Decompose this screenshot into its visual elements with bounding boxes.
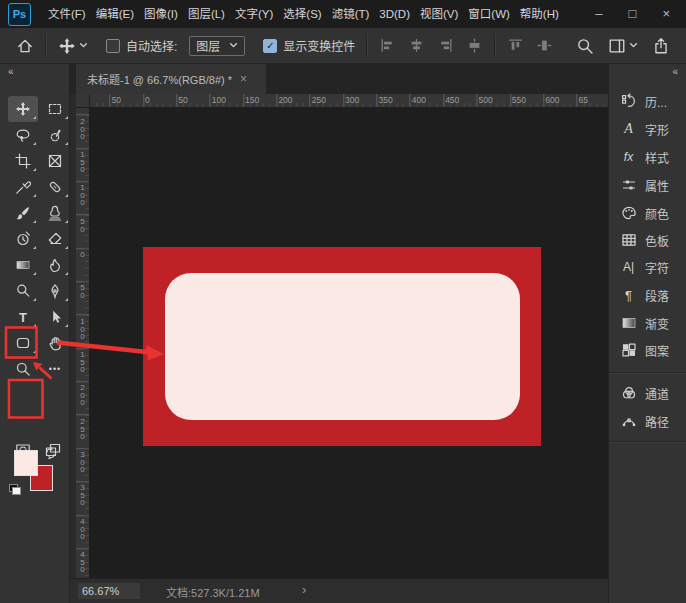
history-brush-tool[interactable] [8,226,38,252]
patterns-icon [620,342,637,359]
workspace-icon [608,37,626,55]
canvas-viewport[interactable] [90,108,608,578]
search-button[interactable] [574,35,596,57]
hand-tool[interactable] [40,330,70,356]
menu-item[interactable]: 图层(L) [183,0,230,28]
ruler-label: 250 [312,95,326,105]
menu-item[interactable]: 选择(S) [278,0,326,28]
brush-tool[interactable] [8,200,38,226]
smudge-tool[interactable] [40,252,70,278]
panel-tab-paragraph[interactable]: ¶ 段落 [609,281,686,309]
path-selection-tool[interactable] [40,304,70,330]
show-transform-controls-checkbox[interactable]: ✓ 显示变换控件 [261,35,357,56]
panel-tab-glyphs[interactable]: A 字形 [609,115,686,143]
vertical-ruler[interactable]: 20015010050050100150200250300350400450 [76,108,90,578]
lasso-icon [15,127,31,143]
expand-panels-chevron[interactable]: « [672,66,678,77]
menu-item[interactable]: 3D(D) [374,0,415,28]
ruler-label: 65 [579,95,588,105]
swatches-grid-icon [620,232,637,249]
panel-tab-color[interactable]: 颜色 [609,199,686,227]
title-bar: Ps 文件(F)编辑(E)图像(I)图层(L)文字(Y)选择(S)滤镜(T)3D… [0,0,686,28]
ruler-label: 0 [78,250,87,258]
ruler-label: 50 [178,95,187,105]
close-tab-icon[interactable]: × [240,72,247,86]
menu-item[interactable]: 编辑(E) [91,0,139,28]
rounded-rectangle-tool[interactable] [8,330,38,356]
paths-icon [620,413,637,430]
color-palette-icon [620,205,637,222]
align-top-edges-button[interactable] [505,35,526,56]
panel-tab-swatches[interactable]: 色板 [609,226,686,254]
close-button[interactable]: × [662,0,670,28]
minimize-button[interactable]: – [595,0,602,28]
panel-tab-history[interactable]: 历... [609,87,686,115]
panel-group-divider [609,441,686,443]
eraser-tool[interactable] [40,226,70,252]
tools-panel: « [0,64,70,603]
bandage-icon [47,179,63,195]
ruler-label: 400 [412,95,426,105]
panel-tab-paths[interactable]: 路径 [609,407,686,435]
properties-icon [620,177,637,194]
rounded-rectangle-shape [165,273,520,420]
align-horizontal-centers-button[interactable] [406,35,427,56]
document-tab[interactable]: 未标题-1 @ 66.7%(RGB/8#) * × [76,64,266,94]
pen-tool[interactable] [40,278,70,304]
default-colors-icon[interactable] [9,484,21,495]
auto-select-checkbox[interactable]: 自动选择: [104,35,179,56]
horizontal-ruler[interactable]: 5005010015020025030035040045050055060065 [90,94,608,108]
panel-tab-gradients[interactable]: 渐变 [609,309,686,337]
auto-select-target-dropdown[interactable]: 图层 [189,36,245,56]
zoom-level-field[interactable]: 66.67% [78,583,140,599]
ruler-label: 100 [78,317,87,340]
dodge-tool[interactable] [8,278,38,304]
eyedropper-tool[interactable] [8,174,38,200]
align-right-edges-button[interactable] [435,35,456,56]
clone-stamp-tool[interactable] [40,200,70,226]
spot-healing-brush-tool[interactable] [40,174,70,200]
panel-tab-channels[interactable]: 通道 [609,379,686,407]
align-left-edges-button[interactable] [377,35,398,56]
menu-item[interactable]: 视图(V) [415,0,463,28]
home-button[interactable] [14,35,36,57]
lasso-tool[interactable] [8,122,38,148]
document-canvas[interactable] [143,247,541,446]
rectangular-marquee-tool[interactable] [40,96,70,122]
menu-item[interactable]: 滤镜(T) [327,0,375,28]
gradient-tool[interactable] [8,252,38,278]
panel-tab-patterns[interactable]: 图案 [609,336,686,364]
maximize-button[interactable]: □ [629,0,637,28]
ruler-label: 50 [78,283,87,298]
panel-tab-properties[interactable]: 属性 [609,171,686,199]
menu-item[interactable]: 帮助(H) [515,0,564,28]
share-button[interactable] [650,35,672,57]
zoom-tool[interactable] [8,356,38,382]
workspace-switcher-button[interactable] [606,35,640,57]
ruler-label: 200 [78,117,87,140]
distribute-horizontal-button[interactable] [464,35,485,56]
menu-item[interactable]: 文件(F) [43,0,91,28]
menu-item[interactable]: 文字(Y) [230,0,278,28]
panel-tab-character[interactable]: A| 字符 [609,253,686,281]
ruler-label: 350 [378,95,392,105]
foreground-color-swatch[interactable] [14,450,38,476]
move-tool[interactable] [8,96,38,122]
tool-preset-move[interactable] [56,35,90,57]
options-bar: 自动选择: 图层 ✓ 显示变换控件 [0,28,686,64]
crop-tool[interactable] [8,148,38,174]
stamp-icon [47,205,63,221]
frame-tool[interactable] [40,148,70,174]
edit-toolbar-button[interactable]: ••• [40,356,70,382]
distribute-vertical-button[interactable] [534,35,555,56]
collapse-toolbar-chevron[interactable]: « [8,66,14,77]
photoshop-logo-icon: Ps [8,3,31,26]
status-options-chevron[interactable]: › [302,582,306,597]
panel-tab-styles[interactable]: fx 样式 [609,143,686,171]
type-tool[interactable]: T [8,304,38,330]
menu-item[interactable]: 窗口(W) [463,0,515,28]
ruler-label: 200 [78,383,87,406]
menu-item[interactable]: 图像(I) [139,0,183,28]
quick-selection-tool[interactable] [40,122,70,148]
swap-colors-icon[interactable] [44,446,57,464]
